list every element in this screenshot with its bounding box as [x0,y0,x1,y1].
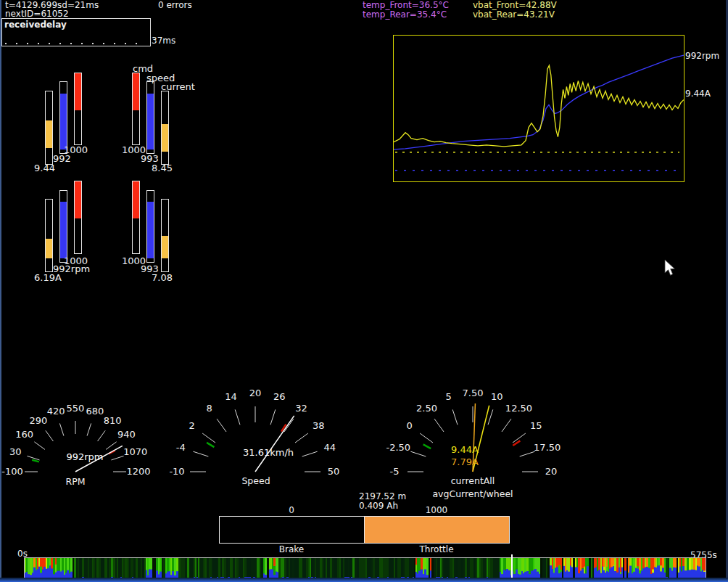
dial-speed-tick-label: 14 [225,391,237,402]
dial-currentAll: -5-2.5002.5057.501012.501517.50209.44A7.… [386,388,561,499]
dial-rpm-tick-label: 680 [86,406,104,417]
dial-speed: -10-4281420263238445031.61km/hSpeed [169,388,339,486]
dial-currentAll-tick-label: 20 [545,466,558,477]
front-right-cmd-bar [132,73,140,145]
timeline-playhead[interactable] [511,554,513,578]
rear-right-current-bar [161,199,169,272]
dial-rpm-tick [27,456,39,460]
dial-speed-tick-label: 20 [249,388,262,398]
dial-currentAll-max-marker [513,440,520,446]
vbat-rear-readout: vbat_Rear=43.21V [473,10,555,20]
throttle-label: Throttle [364,545,509,554]
dial-rpm-value-0: 992rpm [66,451,103,462]
dial-speed-tick-label: 2 [189,420,194,431]
dial-speed-tick-label: -4 [176,442,186,453]
mouse-cursor [663,259,677,277]
dial-currentAll-tick-label: 15 [530,420,542,431]
error-count: 0 errors [158,1,192,10]
rear-right-cmd-bar [132,181,140,254]
dial-currentAll-needle-0 [473,406,489,472]
front-left-speed-bar-fill [60,94,67,149]
rear-left-label: 6.19A [34,273,62,283]
dial-rpm-tick [111,456,123,460]
dial-speed-tick-label: 50 [328,466,340,477]
dial-rpm-tick [98,430,106,441]
dial-speed-tick [302,451,318,456]
mouse-cursor-arrow [665,260,674,275]
dial-currentAll-tick-label: -2.50 [386,442,410,453]
dial-rpm-needle-0 [75,446,123,472]
dial-speed-needle-0 [255,416,294,472]
dial-speed-tick [217,419,226,432]
dial-currentAll-caption-1: avgCurrent/wheel [432,488,513,499]
rear-right-label: 7.08 [152,273,173,283]
dial-rpm-tick-label: 290 [29,415,47,426]
dial-currentAll-tick-label: 2.50 [416,403,437,414]
dial-currentAll-tick [513,433,526,443]
dial-rpm-tick-label: -100 [1,466,23,477]
dial-currentAll-tick [452,409,458,425]
dial-currentAll-tick-label: -5 [390,466,400,477]
throttle-value: 1000 [364,506,509,515]
dial-currentAll-value-1: 7.79A [451,456,479,467]
brake-value: 0 [219,506,364,515]
front-left-cmd-bar-fill [75,73,81,110]
front-left-label: 992 [53,154,71,164]
rear-left-current-bar-fill [46,239,52,258]
dial-rpm-tick [34,442,45,450]
front-right-current-bar [161,91,169,165]
dial-rpm-tick-label: 420 [47,406,65,417]
dial-speed-tick-label: 32 [295,403,307,414]
chart-canvas [394,36,684,181]
front-left-cmd-bar [74,73,82,145]
chart-current-label: 9.44A [685,89,711,99]
dial-speed-tick [202,433,215,443]
front-right-current-bar-fill [162,124,168,152]
dial-speed-max-marker [281,425,286,432]
front-left-label: 9.44 [34,163,55,173]
chart-series-current [394,65,684,147]
chart-rpm-label: 992rpm [685,52,719,61]
dial-speed-tick-label: 8 [206,403,212,414]
dial-currentAll-tick [434,419,444,432]
front-right-speed-bar-fill [147,94,154,149]
timeline-canvas[interactable] [25,558,706,578]
timeline-strip[interactable] [24,557,706,579]
dial-speed-tick [235,409,240,425]
dial-rpm-min-marker [32,460,39,462]
front-left-current-bar [45,91,53,165]
dial-rpm-tick [106,442,117,450]
dial-currentAll-caption-0: currentAll [451,475,495,486]
dial-speed-tick [270,409,276,425]
dial-currentAll-min-marker [423,444,431,448]
dial-currentAll-tick-label: 0 [406,420,412,431]
rear-right-cmd-bar-fill [133,181,139,218]
rear-right-current-bar-fill [162,236,168,258]
rear-right-speed-bar-fill [147,202,154,258]
front-left-current-bar-fill [46,120,52,148]
temp-rear-readout: temp_Rear=35.4°C [363,10,447,20]
dial-rpm-tick-label: 160 [15,429,33,440]
dial-rpm-tick-label: 1200 [126,466,150,477]
rear-left-speed-bar [59,190,67,263]
dial-rpm-tick-label: 1070 [123,446,147,457]
dial-currentAll-tick-label: 17.50 [534,442,561,453]
rear-right-speed-bar [146,190,154,263]
dial-currentAll-tick [488,409,493,425]
rear-left-cmd-bar-fill [75,181,81,218]
brake-bar [219,516,365,544]
dial-speed-tick [193,451,208,456]
brake-label: Brake [219,545,364,554]
dial-currentAll-tick [420,433,433,443]
dial-rpm-tick-label: 940 [117,429,136,440]
dial-currentAll-tick-label: 5 [445,391,451,402]
dial-currentAll-needle-1 [473,403,475,472]
dial-rpm-tick [46,430,54,441]
dial-currentAll-tick-label: 10 [491,391,503,402]
front-left-speed-bar [59,81,67,154]
window-frame-left [0,0,1,582]
dial-rpm-tick-label: 810 [104,415,122,426]
front-right-cmd-bar-fill [133,73,139,110]
dial-speed-tick [284,419,294,432]
throttle-bar [364,516,510,544]
